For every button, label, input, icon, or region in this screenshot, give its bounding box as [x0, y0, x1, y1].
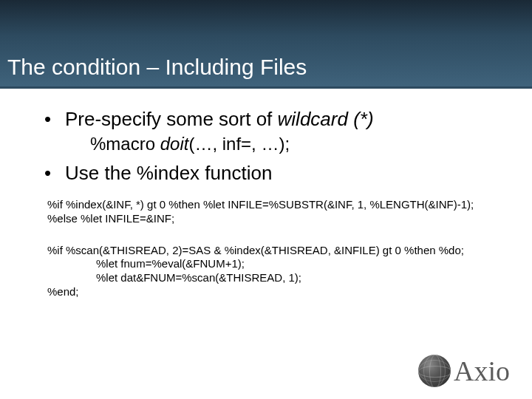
slide-title: The condition – Including Files: [7, 55, 307, 80]
code2-line4: %end;: [47, 285, 502, 299]
content-area: Pre-specify some sort of wildcard (*) %m…: [0, 89, 532, 299]
macro-name-italic: doit: [160, 134, 189, 154]
code2-line1: %if %scan(&THISREAD, 2)=SAS & %index(&TH…: [47, 244, 502, 258]
bullet-index: Use the %index function: [44, 162, 502, 185]
bullet-wildcard: Pre-specify some sort of wildcard (*): [44, 108, 502, 131]
bullet-text-italic: wildcard (*): [278, 108, 374, 130]
macro-declaration: %macro doit(…, inf=, …);: [90, 134, 502, 154]
code-block-1: %if %index(&INF, *) gt 0 %then %let INFI…: [47, 198, 502, 226]
code1-line1: %if %index(&INF, *) gt 0 %then %let INFI…: [47, 198, 502, 212]
globe-icon: [418, 355, 451, 387]
title-band: The condition – Including Files: [0, 0, 532, 89]
code2-line2: %let fnum=%eval(&FNUM+1);: [47, 257, 502, 271]
bullet-index-text: Use the %index function: [65, 162, 272, 184]
code1-line2: %else %let INFILE=&INF;: [47, 212, 502, 226]
logo: Axio: [418, 355, 510, 387]
code-block-2: %if %scan(&THISREAD, 2)=SAS & %index(&TH…: [47, 244, 502, 299]
bullet-text-prefix: Pre-specify some sort of: [65, 108, 278, 130]
code2-line3: %let dat&FNUM=%scan(&THISREAD, 1);: [47, 271, 502, 285]
macro-suffix: (…, inf=, …);: [188, 134, 290, 154]
logo-text: Axio: [454, 355, 510, 387]
macro-prefix: %macro: [90, 134, 160, 154]
